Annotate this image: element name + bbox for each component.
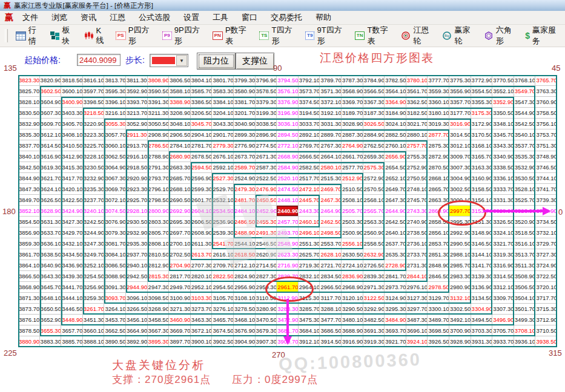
grid-cell: 3228.10 [83,151,105,162]
chevron-down-icon[interactable]: ▼ [176,55,187,66]
grid-cell: 2851.30 [428,249,449,260]
grid-cell: 3223.30 [83,129,105,140]
grid-cell: 3549.70 [514,86,536,97]
menu-item-1[interactable]: 浏览 [45,12,74,23]
grid-cell: 3453.70 [104,315,126,325]
grid-cell: 3717.70 [535,293,557,304]
grid-cell: 3674.50 [212,325,234,336]
grid-cell: 2630.50 [342,249,363,260]
toolbar-button-8[interactable]: TNT数字表 [351,28,397,44]
toolbar-button-10[interactable]: Big赢家轮 [438,28,479,44]
resistance-button[interactable]: 阻力位 [197,53,236,70]
grid-cell: 3931.30 [471,336,493,347]
step-select[interactable]: ▼ [150,54,188,67]
menu-item-0[interactable]: 文件 [16,12,45,23]
grid-cell: 3820.90 [40,75,62,86]
grid-cell: 2733.70 [406,249,428,260]
blocks-icon [50,31,59,40]
menu-item-3[interactable]: 江恩 [103,12,132,23]
grid-cell: 2935.30 [126,238,148,249]
menu-item-5[interactable]: 设置 [177,12,206,23]
grid-cell: 3280.90 [256,304,277,315]
grid-cell: 3729.70 [535,238,557,249]
toolbar-button-7[interactable]: T99T四方形 [301,28,351,44]
grid-cell: 2968.90 [342,282,363,293]
grid-cell: 3861.70 [18,249,40,260]
grid-cell: 3098.50 [148,293,170,304]
grid-cell: 2448.10 [277,195,299,206]
toolbar-label: 江恩轮 [413,25,434,47]
support-button[interactable]: 支撑位 [236,53,274,70]
grid-cell: 2822.50 [212,271,234,282]
grid-cell: 3004.90 [449,173,471,184]
grid-cell: 3660.10 [83,325,105,336]
grid-cell: 3201.70 [234,108,256,119]
grid-cell: 3736.90 [535,206,557,217]
grid-cell: 3422.50 [61,195,83,206]
grid-cell: 3756.10 [535,119,557,129]
toolbar-button-6[interactable]: TST四方形 [255,28,301,44]
grid-cell: 2640.10 [385,227,406,238]
menu-item-8[interactable]: 交易委托 [264,12,309,23]
toolbar-button-9[interactable]: 江恩轮 [397,28,438,44]
grid-cell: 2810.50 [148,249,170,260]
toolbar-button-4[interactable]: P99P四方形 [158,28,208,44]
grid-cell: 3115.30 [299,293,320,304]
grid-cell: 3784.90 [363,75,385,86]
grid-cell: 3746.50 [535,162,557,173]
start-price-input[interactable] [77,54,121,66]
grid-cell: 3062.50 [104,151,126,162]
grid-cell: 3818.50 [61,75,83,86]
grid-cell: 2736.10 [406,238,428,249]
toolbar-button-11[interactable]: 六角形 [480,28,521,44]
grid-cell: 3662.50 [104,325,126,336]
toolbar-button-0[interactable]: 行情 [12,28,46,44]
grid-cell: 2692.90 [169,206,191,217]
grid-cell: 3528.10 [514,184,536,195]
grid-cell: 3468.10 [234,315,256,325]
grid-cell: 2752.90 [406,162,428,173]
grid-cell: 3412.90 [61,151,83,162]
grid-cell: 3480.10 [342,315,363,325]
toolbar-button-1[interactable]: 板块 [46,28,79,44]
grid-cell: 3772.90 [471,75,493,86]
grid-cell: 2781.70 [191,140,213,151]
menu-item-4[interactable]: 公式选股 [132,12,177,23]
grid-cell: 2784.10 [169,140,191,151]
grid-cell: 3902.50 [212,336,234,347]
grid-cell: 3741.70 [535,184,557,195]
grid-cell: 3254.50 [83,271,105,282]
grid-cell: 3837.70 [18,140,40,151]
toolbar-button-5[interactable]: PNP数字表 [208,28,255,44]
grid-cell: 3117.70 [320,293,342,304]
toolbar-button-12[interactable]: $赢家服务 [521,28,565,44]
grid-cell: 2856.10 [428,227,449,238]
grid-cell: 3144.10 [471,249,493,260]
grid-cell: 3825.70 [18,86,40,97]
grid-cell: 2500.90 [342,227,363,238]
grid-cell: 3484.90 [385,315,406,325]
grid-cell: 2491.30 [256,227,277,238]
grid-cell: 2947.30 [148,282,170,293]
grid-cell: 3672.10 [191,325,213,336]
grid-cell: 2524.90 [234,173,256,184]
grid-cell: 3686.50 [320,325,342,336]
menu-item-9[interactable]: 帮助 [309,12,338,23]
toolbar-button-2[interactable]: K线 [80,28,111,44]
grid-cell: 3655.30 [40,325,62,336]
menu-item-6[interactable]: 工具 [206,12,235,23]
grid-cell: 3842.50 [18,162,40,173]
grid-cell: 3835.30 [18,129,40,140]
grid-cell: 3597.70 [83,86,105,97]
menu-item-7[interactable]: 窗口 [235,12,264,23]
grid-cell: 3237.70 [83,195,105,206]
grid-cell: 2978.50 [428,282,449,293]
grid-cell: 3139.30 [471,271,493,282]
grid-cell: 3220.90 [83,119,105,129]
toolbar-button-3[interactable]: PSP四方形 [111,28,158,44]
grid-cell: 3400.90 [61,97,83,108]
menu-item-2[interactable]: 资讯 [74,12,103,23]
grid-cell: 2776.90 [234,140,256,151]
grid-cell: 2916.10 [126,151,148,162]
grid-cell: 3775.30 [449,75,471,86]
